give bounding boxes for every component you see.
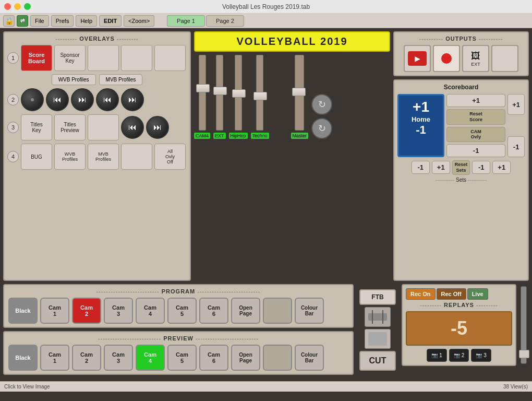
cut-btn[interactable]: CUT [359,351,396,371]
preview-colourbar-btn[interactable]: ColourBar [295,345,324,371]
overlay-4-4[interactable] [121,144,152,170]
bug-btn[interactable]: BUG [21,144,52,170]
fader-rail-ext[interactable] [216,55,223,131]
score-minus1-btn[interactable]: -1 [446,144,505,157]
titles-key-btn[interactable]: TitlesKey [21,114,52,140]
reset-sets-btn[interactable]: ResetSets [452,160,470,175]
preview-cam2-btn[interactable]: Cam2 [72,345,101,371]
overlay-1-4[interactable] [121,45,152,71]
fader-thumb-master[interactable] [292,88,306,96]
wvb-profiles-btn[interactable]: WVB Profiles [52,74,96,85]
slider-thumb[interactable] [519,350,529,358]
all-ovly-off[interactable]: AllOvlyOff [154,144,186,170]
fader-rail-cam4[interactable] [199,55,206,131]
fader-thumb-hiphop[interactable] [232,89,246,98]
preview-cam4-btn[interactable]: Cam4 [136,345,165,371]
file-menu[interactable]: File [30,15,49,27]
tab-page2[interactable]: Page 2 [206,15,244,27]
next-btn-row3[interactable]: ⏭ [146,116,169,139]
eq-icon[interactable]: ⇌ [17,15,28,27]
sponsor-key-btn[interactable]: SponsorKey [54,45,86,71]
preview-black-btn[interactable]: Black [8,345,38,371]
sync-btn-2[interactable]: ↻ [311,118,332,139]
fader-hiphop: HipHop [229,55,248,151]
sets-minus1-right[interactable]: -1 [472,161,490,174]
prev-btn-row2b[interactable]: ⏮ [96,88,119,111]
fader-rail-master[interactable] [295,55,304,131]
fader-thumb-techno[interactable] [253,92,267,100]
score-plus1-btn[interactable]: +1 [446,94,505,107]
next-btn-row2b[interactable]: ⏭ [121,88,144,111]
rec-on-btn[interactable]: Rec On [406,288,436,300]
program-openpage-btn[interactable]: OpenPage [231,298,260,324]
mvb-profiles-btn[interactable]: MVB Profiles [99,74,143,85]
program-cam5-btn[interactable]: Cam5 [167,298,197,324]
zoom-control[interactable]: <Zoom> [124,15,154,27]
sets-minus1-left[interactable]: -1 [412,161,430,174]
mix-icon[interactable] [365,307,391,327]
program-cam4-btn[interactable]: Cam4 [136,298,165,324]
preview-cam1-btn[interactable]: Cam1 [40,345,69,371]
preview-cam5-btn[interactable]: Cam5 [167,345,197,371]
program-cam6-btn[interactable]: Cam6 [199,298,228,324]
replay-slider[interactable] [518,284,529,366]
overlay-1-3[interactable] [88,45,119,71]
prev-btn-row2a[interactable]: ⏮ [46,88,69,111]
edit-menu[interactable]: EDIT [99,15,122,27]
wvb-profiles-row4[interactable]: WVBProfiles [54,144,86,170]
fader-rail-techno[interactable] [256,55,263,131]
profiles-row: WVB Profiles MVB Profiles [7,74,187,85]
slider-rail[interactable] [521,286,527,364]
replay-cam1-btn[interactable]: 📷 1 [427,349,447,362]
knob-row2[interactable] [21,88,44,111]
preview-cam6-btn[interactable]: Cam6 [199,345,228,371]
record-output[interactable] [433,45,460,72]
sets-plus1-left[interactable]: +1 [432,161,450,174]
minimize-button[interactable] [14,3,21,10]
away-plus1-btn[interactable]: +1 [507,94,525,115]
overlay-1-5[interactable] [154,45,186,71]
cam3-label: 3 [483,352,487,358]
close-button[interactable] [4,3,11,10]
preview-openpage-btn[interactable]: OpenPage [231,345,260,371]
overlay-3-3[interactable] [88,114,119,140]
rec-off-btn[interactable]: Rec Off [437,288,466,300]
ftb-btn[interactable]: FTB [359,289,396,305]
tab-page1[interactable]: Page 1 [167,15,205,27]
fader-thumb-cam4[interactable] [196,84,210,92]
sync-btn-1[interactable]: ↻ [311,94,332,115]
next-btn-row2a[interactable]: ⏭ [71,88,94,111]
titles-preview-btn[interactable]: TitlesPreview [54,114,86,140]
window-controls[interactable] [4,3,31,10]
prefs-menu[interactable]: Prefs [51,15,74,27]
program-cam1-btn[interactable]: Cam1 [40,298,69,324]
program-colourbar-btn[interactable]: ColourBar [295,298,324,324]
lock-icon[interactable]: 🔒 [3,15,15,27]
mix-icon-2[interactable] [365,329,391,349]
fader-rail-hiphop[interactable] [235,55,242,131]
mvb-profiles-row4[interactable]: MVBProfiles [88,144,119,170]
reset-score-btn[interactable]: ResetScore [446,109,505,125]
youtube-output[interactable]: ▶ [404,45,431,72]
program-cam3-btn[interactable]: Cam3 [104,298,133,324]
away-minus1-btn[interactable]: -1 [507,136,525,157]
blank-output[interactable] [491,45,518,72]
ext-output[interactable]: 🖼 EXT [462,45,489,72]
fader-thumb-ext[interactable] [213,87,227,95]
prev-btn-row3[interactable]: ⏮ [121,116,144,139]
preview-cam3-btn[interactable]: Cam3 [104,345,133,371]
program-cam2-btn[interactable]: Cam2 [72,298,101,324]
maximize-button[interactable] [24,3,31,10]
score-board-btn[interactable]: ScoreBoard [21,45,52,71]
sets-plus1-right[interactable]: +1 [492,161,511,174]
program-blank-btn[interactable] [263,298,292,324]
help-menu[interactable]: Help [76,15,97,27]
rec-live-btn[interactable]: Live [467,288,488,300]
replay-cam2-btn[interactable]: 📷 2 [449,349,469,362]
program-black-btn[interactable]: Black [8,298,38,324]
status-bar: Click to View Image 38 View(s) [0,381,532,392]
cam-ovly-btn[interactable]: CAMOvly [446,127,505,143]
replay-cam3-btn[interactable]: 📷 3 [471,349,491,362]
home-score-minus: -1 [402,123,440,137]
preview-blank-btn[interactable] [263,345,292,371]
